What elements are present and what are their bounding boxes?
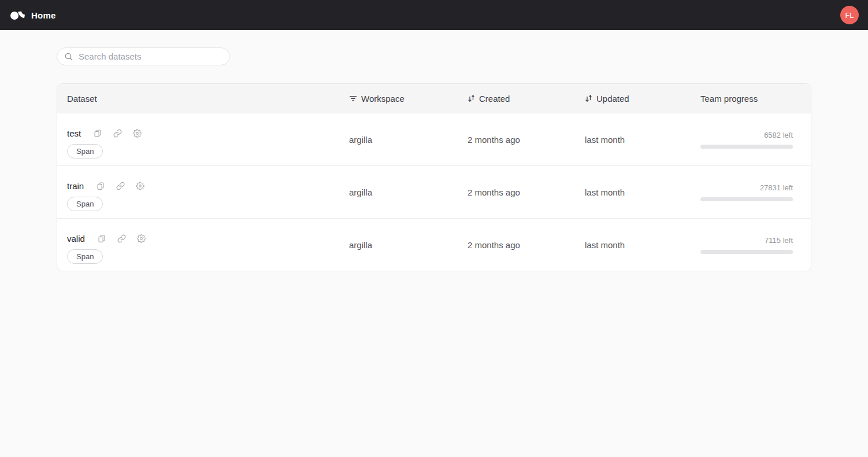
task-type-badge: Span [67,249,103,264]
user-avatar[interactable]: FL [840,6,859,24]
settings-gear-icon[interactable] [133,127,147,139]
team-progress-cell: 7115 left [700,236,811,254]
dataset-name-link[interactable]: test [67,128,81,138]
sort-icon [585,94,592,102]
search-icon [64,52,73,61]
workspace-cell: argilla [349,135,468,145]
column-header-team-progress: Team progress [700,94,811,104]
argilla-logo-icon [9,6,29,24]
copy-name-icon[interactable] [94,127,107,139]
records-left-label: 7115 left [765,236,793,245]
settings-gear-icon[interactable] [136,180,150,191]
datasets-table: Dataset Workspace Created [57,83,811,271]
created-cell: 2 months ago [468,187,585,197]
table-header-row: Dataset Workspace Created [57,84,811,113]
dataset-name-link[interactable]: valid [67,234,85,244]
workspace-cell: argilla [349,187,468,197]
table-row[interactable]: train [57,165,811,218]
copy-name-icon[interactable] [98,233,112,244]
created-cell: 2 months ago [468,135,585,145]
topbar: Home FL [0,0,868,30]
copy-link-icon[interactable] [117,233,131,244]
copy-link-icon[interactable] [116,180,130,191]
progress-bar [700,197,793,201]
main-content: Dataset Workspace Created [0,30,868,271]
progress-bar [700,145,793,149]
page-title: Home [31,10,55,20]
workspace-cell: argilla [349,240,468,250]
updated-cell: last month [585,240,700,250]
progress-bar [700,250,793,254]
task-type-badge: Span [67,144,103,159]
column-header-workspace[interactable]: Workspace [349,94,468,104]
updated-cell: last month [585,187,700,197]
filter-icon [349,94,357,102]
team-progress-cell: 27831 left [700,183,811,201]
updated-cell: last month [585,135,700,145]
table-row[interactable]: test [57,113,811,165]
team-progress-cell: 6582 left [700,131,811,149]
copy-name-icon[interactable] [97,180,110,191]
settings-gear-icon[interactable] [137,233,151,244]
created-cell: 2 months ago [468,240,585,250]
column-header-created[interactable]: Created [468,94,585,104]
search-input[interactable] [79,51,222,61]
copy-link-icon[interactable] [113,127,127,139]
search-box[interactable] [57,47,230,65]
column-header-updated[interactable]: Updated [585,94,700,104]
column-header-dataset: Dataset [57,94,349,104]
records-left-label: 6582 left [764,131,793,139]
records-left-label: 27831 left [760,183,793,192]
dataset-name-link[interactable]: train [67,181,84,191]
table-row[interactable]: valid [57,218,811,271]
sort-icon [468,94,475,102]
task-type-badge: Span [67,197,103,211]
